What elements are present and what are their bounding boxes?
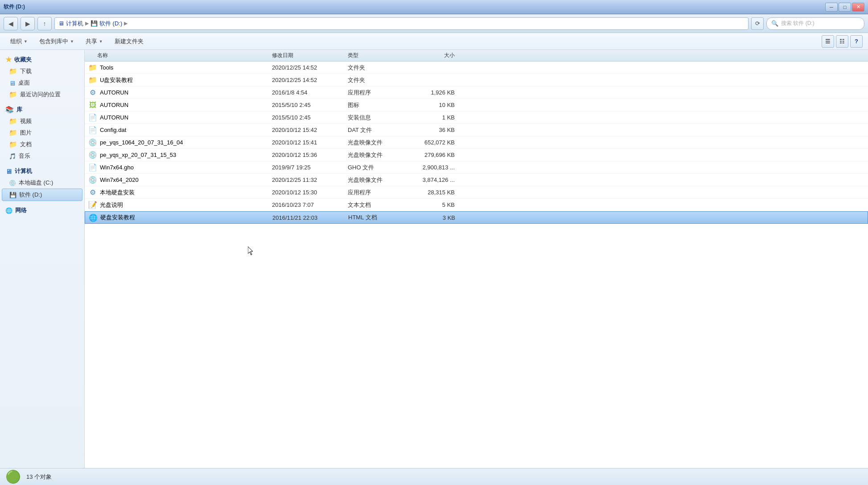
table-row[interactable]: 📄 Win7x64.gho 2019/9/7 19:25 GHO 文件 2,90… — [85, 161, 868, 174]
sidebar-favorites-header[interactable]: ★ 收藏夹 — [2, 53, 82, 66]
sidebar-item-download[interactable]: 📁 下载 — [2, 66, 82, 77]
sidebar-favorites-section: ★ 收藏夹 📁 下载 🖥 桌面 📁 最近访问的位置 — [2, 53, 82, 100]
file-icon: 📄 — [88, 113, 97, 122]
sidebar: ★ 收藏夹 📁 下载 🖥 桌面 📁 最近访问的位置 📚 库 📁 — [0, 50, 85, 468]
table-row[interactable]: 📁 Tools 2020/12/25 14:52 文件夹 — [85, 62, 868, 74]
share-label: 共享 — [86, 37, 97, 45]
title-bar: 软件 (D:) ─ □ ✕ — [0, 0, 868, 14]
search-icon: 🔍 — [771, 20, 778, 27]
sidebar-software-d-label: 软件 (D:) — [19, 191, 42, 199]
file-icon: 📝 — [88, 201, 97, 210]
doc-icon: 📁 — [9, 140, 17, 148]
table-row[interactable]: 🖼 AUTORUN 2015/5/10 2:45 图标 10 KB — [85, 99, 868, 111]
table-row[interactable]: 📄 AUTORUN 2015/5/10 2:45 安装信息 1 KB — [85, 111, 868, 124]
sidebar-item-recent[interactable]: 📁 最近访问的位置 — [2, 89, 82, 100]
file-icon: 💿 — [88, 176, 97, 185]
sidebar-network-header[interactable]: 🌐 网络 — [2, 205, 82, 216]
file-header: 名称 修改日期 类型 大小 — [85, 50, 868, 62]
col-type-header[interactable]: 类型 — [348, 52, 410, 59]
file-type-cell: 安装信息 — [348, 114, 410, 122]
status-icon: 🟢 — [5, 469, 21, 484]
sidebar-item-local-c[interactable]: 💿 本地磁盘 (C:) — [2, 177, 82, 189]
file-size-cell: 652,072 KB — [410, 139, 464, 146]
table-row[interactable]: 💿 pe_yqs_1064_20_07_31_16_04 2020/10/12 … — [85, 136, 868, 149]
maximize-button[interactable]: □ — [839, 3, 851, 12]
minimize-button[interactable]: ─ — [825, 3, 838, 12]
new-folder-button[interactable]: 新建文件夹 — [110, 35, 148, 48]
breadcrumb-drive[interactable]: 软件 (D:) — [99, 20, 122, 28]
share-arrow-icon: ▼ — [99, 39, 103, 44]
sidebar-item-doc[interactable]: 📁 文档 — [2, 139, 82, 150]
organize-arrow-icon: ▼ — [24, 39, 28, 44]
breadcrumb-drive-icon: 💾 — [91, 20, 98, 27]
file-type-cell: 图标 — [348, 101, 410, 109]
table-row[interactable]: 📁 U盘安装教程 2020/12/25 14:52 文件夹 — [85, 74, 868, 86]
table-row[interactable]: 💿 pe_yqs_xp_20_07_31_15_53 2020/10/12 15… — [85, 149, 868, 161]
photo-icon: 📁 — [9, 129, 17, 137]
file-type-cell: 光盘映像文件 — [348, 139, 410, 147]
sidebar-item-video[interactable]: 📁 视频 — [2, 115, 82, 127]
file-type-cell: 文件夹 — [348, 76, 410, 84]
title-bar-buttons: ─ □ ✕ — [825, 3, 864, 12]
up-button[interactable]: ↑ — [37, 17, 52, 30]
sidebar-item-software-d[interactable]: 💾 软件 (D:) — [2, 189, 82, 201]
include-library-button[interactable]: 包含到库中 ▼ — [34, 35, 79, 48]
file-name-cell: 📝 光盘说明 — [85, 201, 272, 210]
table-row[interactable]: 💿 Win7x64_2020 2020/12/25 11:32 光盘映像文件 3… — [85, 174, 868, 186]
file-area: 名称 修改日期 类型 大小 📁 Tools 2020/12/25 14:52 文… — [85, 50, 868, 468]
file-name-cell: 📄 Config.dat — [85, 126, 272, 135]
table-row[interactable]: 🌐 硬盘安装教程 2016/11/21 22:03 HTML 文档 3 KB — [85, 211, 868, 224]
sidebar-computer-header[interactable]: 🖥 计算机 — [2, 165, 82, 177]
file-type-cell: 应用程序 — [348, 89, 410, 97]
desktop-icon: 🖥 — [9, 79, 16, 87]
breadcrumb[interactable]: 🖥 计算机 ▶ 💾 软件 (D:) ▶ — [54, 17, 749, 30]
forward-button[interactable]: ▶ — [21, 17, 35, 30]
file-name-cell: 📁 Tools — [85, 63, 272, 72]
col-name-header[interactable]: 名称 — [85, 52, 272, 59]
file-size-cell: 279,696 KB — [410, 152, 464, 158]
view-button[interactable]: ☰ — [822, 35, 834, 48]
sidebar-item-music[interactable]: 🎵 音乐 — [2, 150, 82, 162]
sidebar-desktop-label: 桌面 — [18, 79, 30, 87]
file-type-cell: 文件夹 — [348, 64, 410, 72]
toolbar: 组织 ▼ 包含到库中 ▼ 共享 ▼ 新建文件夹 ☰ ☷ ? — [0, 33, 868, 50]
file-icon: 🌐 — [89, 213, 98, 222]
col-date-header[interactable]: 修改日期 — [272, 52, 348, 59]
refresh-button[interactable]: ⟳ — [751, 17, 764, 30]
file-name-cell: 💿 pe_yqs_xp_20_07_31_15_53 — [85, 151, 272, 160]
sidebar-video-label: 视频 — [20, 117, 32, 125]
sidebar-photo-label: 图片 — [20, 129, 32, 137]
file-name-label: pe_yqs_1064_20_07_31_16_04 — [100, 139, 183, 146]
new-folder-label: 新建文件夹 — [115, 37, 144, 45]
sidebar-item-desktop[interactable]: 🖥 桌面 — [2, 77, 82, 89]
file-size-cell: 36 KB — [410, 127, 464, 133]
close-button[interactable]: ✕ — [852, 3, 864, 12]
sidebar-library-section: 📚 库 📁 视频 📁 图片 📁 文档 🎵 音乐 — [2, 104, 82, 162]
file-date-cell: 2020/10/12 15:42 — [272, 127, 348, 133]
file-date-cell: 2016/11/21 22:03 — [272, 214, 348, 221]
back-button[interactable]: ◀ — [4, 17, 18, 30]
search-bar[interactable]: 🔍 搜索 软件 (D:) — [766, 17, 864, 30]
table-row[interactable]: ⚙ 本地硬盘安装 2020/10/12 15:30 应用程序 28,315 KB — [85, 186, 868, 199]
sidebar-item-photo[interactable]: 📁 图片 — [2, 127, 82, 139]
include-label: 包含到库中 — [39, 37, 68, 45]
col-size-header[interactable]: 大小 — [410, 52, 464, 59]
table-row[interactable]: 📄 Config.dat 2020/10/12 15:42 DAT 文件 36 … — [85, 124, 868, 136]
share-button[interactable]: 共享 ▼ — [81, 35, 108, 48]
table-row[interactable]: 📝 光盘说明 2016/10/23 7:07 文本文档 5 KB — [85, 199, 868, 211]
file-type-cell: DAT 文件 — [348, 126, 410, 134]
view-details-button[interactable]: ☷ — [836, 35, 848, 48]
file-icon: 📄 — [88, 126, 97, 135]
file-date-cell: 2020/12/25 14:52 — [272, 64, 348, 71]
file-date-cell: 2015/5/10 2:45 — [272, 114, 348, 121]
help-button[interactable]: ? — [850, 35, 863, 48]
breadcrumb-computer[interactable]: 计算机 — [66, 20, 83, 28]
breadcrumb-sep1: ▶ — [85, 21, 89, 26]
table-row[interactable]: ⚙ AUTORUN 2016/1/8 4:54 应用程序 1,926 KB — [85, 86, 868, 99]
file-name-cell: ⚙ AUTORUN — [85, 88, 272, 97]
file-name-label: 硬盘安装教程 — [100, 214, 135, 222]
organize-button[interactable]: 组织 ▼ — [5, 35, 33, 48]
file-date-cell: 2020/10/12 15:41 — [272, 139, 348, 146]
file-name-label: AUTORUN — [100, 89, 128, 96]
sidebar-library-header[interactable]: 📚 库 — [2, 104, 82, 115]
